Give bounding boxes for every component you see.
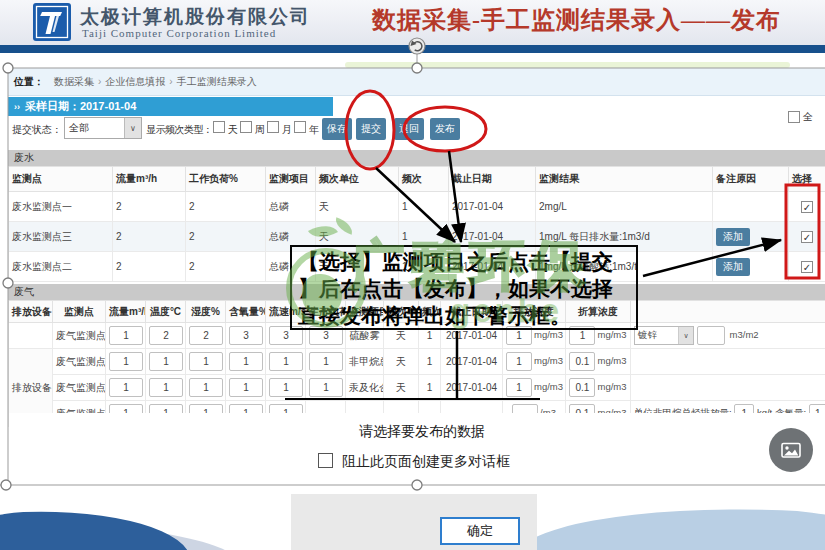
conv-unit: mg/m3 xyxy=(597,355,626,366)
col-header: 温度°C xyxy=(146,301,186,323)
temp-input[interactable]: 1 xyxy=(149,378,183,397)
save-button[interactable]: 保存 xyxy=(322,118,352,140)
conv-input[interactable]: 0.1 xyxy=(569,378,595,397)
wastewater-section-title: 废水 xyxy=(14,151,34,165)
freq-week-label: 周 xyxy=(255,123,265,137)
cell-result: 2mg/L xyxy=(536,192,713,222)
row-select-checkbox[interactable]: ✓ xyxy=(801,201,813,213)
cell-load: 2 xyxy=(186,252,266,282)
add-remark-button[interactable]: 添加 xyxy=(716,228,750,246)
row-select-checkbox[interactable]: ✓ xyxy=(801,231,813,243)
conv-input[interactable]: 0.1 xyxy=(569,352,595,371)
cell-freq: 1 xyxy=(419,349,441,375)
alert-footer: 确定 xyxy=(291,494,537,550)
cell-input: 2 xyxy=(146,323,186,349)
col-header: 频次单位 xyxy=(316,167,399,192)
cell-conv: 0.1mg/m3 xyxy=(566,375,631,401)
sample-date-bar: ›› 采样日期：2017-01-04 xyxy=(8,97,333,116)
suppress-dialogs-checkbox[interactable] xyxy=(318,453,333,468)
cell-flow: 2 xyxy=(113,222,186,252)
cell-point: 废水监测点三 xyxy=(9,222,113,252)
freq-month-checkbox[interactable] xyxy=(267,121,279,133)
suppress-dialogs-label: 阻止此页面创建更多对话框 xyxy=(342,453,510,471)
row-select-checkbox[interactable]: ✓ xyxy=(801,261,813,273)
conc-unit: mg/m3 xyxy=(534,355,563,366)
cell-input: 1 xyxy=(266,349,306,375)
sample-date-label: 采样日期：2017-01-04 xyxy=(25,99,136,114)
chevron-down-icon: ∨ xyxy=(678,327,693,344)
col-header: 排放设备 xyxy=(9,301,53,323)
load-input[interactable]: 1 xyxy=(309,378,343,397)
cell-freq-unit: 天 xyxy=(384,349,419,375)
conc-unit: mg/m3 xyxy=(534,381,563,392)
temp-input[interactable]: 1 xyxy=(149,352,183,371)
alert-dialog-area: 请选择要发布的数据 阻止此页面创建更多对话框 xyxy=(9,413,825,485)
humidity-input[interactable]: 2 xyxy=(189,326,223,345)
freq-week-checkbox[interactable] xyxy=(240,121,252,133)
table-row: 排放设备一 废气监测点一 1 1 1 1 1 1 非甲烷总烃 天 1 2017-… xyxy=(9,349,825,375)
conv-unit: mg/m3 xyxy=(597,329,626,340)
return-button[interactable]: 退回 xyxy=(394,118,424,140)
speed-input[interactable]: 1 xyxy=(269,352,303,371)
conc-unit: mg/m3 xyxy=(534,329,563,340)
conc-input[interactable]: 1 xyxy=(506,352,532,371)
oxygen-input[interactable]: 1 xyxy=(229,378,263,397)
cell-extra xyxy=(631,375,825,401)
flow-input[interactable]: 1 xyxy=(109,352,143,371)
humidity-input[interactable]: 1 xyxy=(189,378,223,397)
wastewater-section-bar: 废水 xyxy=(8,150,825,166)
speed-input[interactable]: 1 xyxy=(269,378,303,397)
humidity-input[interactable]: 1 xyxy=(189,352,223,371)
extra-select[interactable]: 镀锌∨ xyxy=(634,326,694,345)
cell-remark xyxy=(713,192,789,222)
cell-deadline: 2017-01-04 xyxy=(441,375,503,401)
publish-button[interactable]: 发布 xyxy=(430,118,460,140)
cell-conc: 1mg/m3 xyxy=(503,349,566,375)
cell-input: 1 xyxy=(226,375,266,401)
cell-conc: 1mg/m3 xyxy=(503,375,566,401)
flow-input[interactable]: 1 xyxy=(109,378,143,397)
flow-input[interactable]: 1 xyxy=(109,326,143,345)
cell-point: 废气监测点四 xyxy=(53,323,106,349)
cell-deadline: 2017-01-04 xyxy=(449,192,536,222)
cell-load: 2 xyxy=(186,192,266,222)
col-header: 监测点 xyxy=(9,167,113,192)
submit-button[interactable]: 提交 xyxy=(356,118,386,140)
submit-status-value: 全部 xyxy=(65,121,124,135)
extra-input[interactable] xyxy=(697,326,725,345)
oxygen-input[interactable]: 1 xyxy=(229,352,263,371)
breadcrumb-item-manual-entry[interactable]: 手工监测结果录入 xyxy=(177,75,257,89)
cell-input: 1 xyxy=(106,323,146,349)
breadcrumb: 位置： 数据采集 › 企业信息填报 › 手工监测结果录入 xyxy=(8,68,825,96)
select-all-label: 全 xyxy=(803,110,813,124)
cell-point: 废气监测点二 xyxy=(53,375,106,401)
add-remark-button[interactable]: 添加 xyxy=(716,258,750,276)
cell-freq: 1 xyxy=(419,375,441,401)
ok-button[interactable]: 确定 xyxy=(440,517,520,545)
load-input[interactable]: 1 xyxy=(309,352,343,371)
cell-conv: 0.1mg/m3 xyxy=(566,349,631,375)
cell-freq-unit: 天 xyxy=(384,375,419,401)
col-header: 湿度% xyxy=(186,301,226,323)
bottom-right-wave xyxy=(514,501,825,550)
table-row: 废气监测点二 1 1 1 1 1 1 汞及化合物 天 1 2017-01-04 … xyxy=(9,375,825,401)
screenshot-canvas: 太极计算机股份有限公司 Taiji Computer Corporation L… xyxy=(0,0,825,550)
annotation-line: 直接发布将弹出如下警示框。 xyxy=(298,303,636,330)
temp-input[interactable]: 2 xyxy=(149,326,183,345)
extra-unit: m3/m2 xyxy=(730,329,759,340)
cell-input: 1 xyxy=(146,375,186,401)
oxygen-input[interactable]: 3 xyxy=(229,326,263,345)
breadcrumb-item-enterprise-report[interactable]: 企业信息填报 xyxy=(105,75,165,89)
table-row: 废水监测点一 2 2 总磷 天 1 2017-01-04 2mg/L ✓ xyxy=(9,192,825,222)
breadcrumb-item-data-collect[interactable]: 数据采集 xyxy=(54,75,94,89)
freq-year-checkbox[interactable] xyxy=(294,121,306,133)
image-tool-button[interactable] xyxy=(769,428,813,472)
conc-input[interactable]: 1 xyxy=(506,378,532,397)
chevrons-icon: ›› xyxy=(14,102,20,112)
cell-flow: 2 xyxy=(113,252,186,282)
cell-input: 1 xyxy=(226,349,266,375)
cell-item: 汞及化合物 xyxy=(346,375,384,401)
submit-status-select[interactable]: 全部 ∨ xyxy=(64,117,142,139)
select-all-checkbox[interactable] xyxy=(788,111,800,123)
freq-day-checkbox[interactable] xyxy=(213,121,225,133)
